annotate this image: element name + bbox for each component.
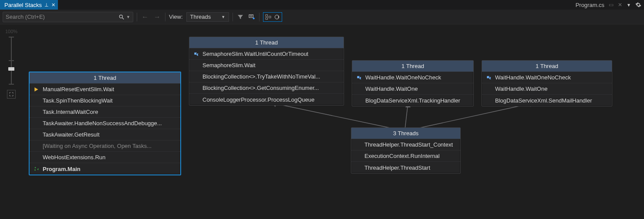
- zoom-thumb[interactable]: [8, 67, 14, 71]
- stack-node-header: 1 Thread: [482, 61, 612, 72]
- tool-window-tab-parallel-stacks[interactable]: Parallel Stacks ⊥ ✕: [0, 0, 58, 10]
- svg-rect-2: [249, 14, 253, 17]
- recycle-icon: [33, 166, 40, 172]
- stack-frame-text: SemaphoreSlim.WaitUntilCountOrTimeout: [202, 51, 308, 57]
- threads-icon: [486, 75, 492, 81]
- stack-node-thread-start[interactable]: 3 Threads ThreadHelper.ThreadStart_Conte…: [351, 127, 461, 174]
- stack-frame-row[interactable]: BlogDataServiceXml.TrackingHandler: [352, 95, 473, 106]
- stack-frame-row[interactable]: TaskAwaiter.HandleNonSuccessAndDebugge..…: [30, 118, 180, 129]
- toolbar: ▼ ← → View: Threads ▼: [0, 10, 644, 24]
- stack-frame-row[interactable]: SemaphoreSlim.Wait: [189, 60, 344, 71]
- stack-frame-row[interactable]: ConsoleLoggerProcessor.ProcessLogQueue: [189, 94, 344, 105]
- preview-icon: ▭: [609, 2, 614, 8]
- file-name: Program.cs: [576, 2, 604, 8]
- stack-frame-row[interactable]: BlockingCollection<>.TryTakeWithNoTimeVa…: [189, 71, 344, 82]
- zoom-track[interactable]: [11, 37, 12, 85]
- stack-frame-text: WaitHandle.WaitOne: [495, 86, 547, 92]
- search-box[interactable]: ▼: [3, 12, 133, 22]
- svg-rect-6: [269, 16, 271, 18]
- stack-frame-row[interactable]: TaskAwaiter.GetResult: [30, 129, 180, 140]
- separator: [233, 13, 233, 21]
- chevron-down-icon: ▼: [221, 15, 225, 19]
- stack-frame-text: ExecutionContext.RunInternal: [364, 153, 440, 159]
- threads-icon: [193, 51, 200, 57]
- stack-frame-text: ThreadHelper.ThreadStart: [364, 164, 430, 171]
- gear-icon[interactable]: [635, 2, 641, 8]
- stack-node-header: 1 Thread: [189, 37, 344, 48]
- stack-node-main-thread[interactable]: 1 Thread ManualResetEventSlim.Wait Task.…: [29, 72, 181, 175]
- stack-frame-row[interactable]: Task.SpinThenBlockingWait: [30, 95, 180, 106]
- search-input[interactable]: [6, 14, 118, 20]
- stack-frame-text: Program.Main: [43, 166, 81, 172]
- stack-frame-row[interactable]: BlockingCollection<>.GetConsumingEnumer.…: [189, 82, 344, 94]
- filter-icon[interactable]: [236, 13, 244, 21]
- toggle-buttons-group: [263, 12, 282, 22]
- stack-frame-row[interactable]: WaitHandle.WaitOneNoCheck: [352, 72, 473, 83]
- separator: [165, 13, 165, 21]
- stack-frame-text: ThreadHelper.ThreadStart_Context: [364, 141, 453, 148]
- flag-threads-icon[interactable]: [248, 13, 256, 21]
- stack-frame-text: WebHostExtensions.Run: [43, 154, 105, 161]
- view-label: View:: [169, 14, 183, 20]
- stack-frame-row[interactable]: WaitHandle.WaitOneNoCheck: [482, 72, 612, 83]
- active-document-label: Program.cs ▭ ✕ ▼: [573, 0, 644, 10]
- stack-frame-text: TaskAwaiter.HandleNonSuccessAndDebugge..…: [43, 120, 162, 127]
- stack-frame-row[interactable]: Task.InternalWaitCore: [30, 106, 180, 118]
- stack-frame-text: ManualResetEventSlim.Wait: [43, 86, 114, 92]
- stack-frame-row[interactable]: WaitHandle.WaitOne: [352, 83, 473, 95]
- stack-frame-text: WaitHandle.WaitOneNoCheck: [365, 74, 441, 81]
- stack-frame-text: ConsoleLoggerProcessor.ProcessLogQueue: [202, 96, 314, 103]
- view-combo-value: Threads: [190, 14, 211, 20]
- zoom-percent-label: 100%: [5, 29, 17, 34]
- svg-line-1: [122, 17, 124, 19]
- nav-back-button[interactable]: ←: [141, 13, 149, 21]
- close-icon[interactable]: ✕: [51, 3, 55, 7]
- separator: [259, 13, 260, 21]
- stack-frame-row[interactable]: SemaphoreSlim.WaitUntilCountOrTimeout: [189, 48, 344, 60]
- stack-frame-row[interactable]: ExecutionContext.RunInternal: [351, 151, 460, 162]
- stack-frame-row[interactable]: ManualResetEventSlim.Wait: [30, 84, 180, 95]
- toggle-method-view-icon[interactable]: [264, 13, 272, 21]
- stack-node-logger[interactable]: 1 Thread SemaphoreSlim.WaitUntilCountOrT…: [189, 37, 344, 106]
- stack-node-tracking[interactable]: 1 Thread WaitHandle.WaitOneNoCheck WaitH…: [352, 60, 474, 106]
- stack-frame-row[interactable]: BlogDataServiceXml.SendMailHandler: [482, 95, 612, 106]
- stack-frame-text: BlockingCollection<>.TryTakeWithNoTimeVa…: [202, 73, 320, 80]
- stack-frame-row[interactable]: [Waiting on Async Operation, Open Tasks.…: [30, 140, 180, 152]
- stack-node-sendmail[interactable]: 1 Thread WaitHandle.WaitOneNoCheck WaitH…: [482, 60, 612, 106]
- stack-frame-text: [Waiting on Async Operation, Open Tasks.…: [43, 143, 152, 149]
- search-icon: [118, 14, 125, 20]
- stack-frame-row[interactable]: ThreadHelper.ThreadStart_Context: [351, 139, 460, 151]
- svg-point-0: [119, 15, 122, 18]
- nav-forward-button[interactable]: →: [153, 13, 162, 21]
- svg-point-3: [253, 17, 255, 19]
- chevron-down-icon[interactable]: ▼: [627, 3, 631, 7]
- stack-frame-row[interactable]: Program.Main: [30, 163, 180, 175]
- stack-frame-row[interactable]: WebHostExtensions.Run: [30, 152, 180, 163]
- stack-frame-text: Task.SpinThenBlockingWait: [43, 97, 113, 104]
- stack-frame-text: BlogDataServiceXml.TrackingHandler: [365, 97, 460, 104]
- titlebar: Parallel Stacks ⊥ ✕ Program.cs ▭ ✕ ▼: [0, 0, 644, 10]
- stack-frame-text: BlogDataServiceXml.SendMailHandler: [495, 97, 592, 104]
- stack-frame-row[interactable]: WaitHandle.WaitOne: [482, 83, 612, 95]
- pin-icon[interactable]: ⊥: [44, 3, 49, 7]
- stack-frame-text: WaitHandle.WaitOne: [365, 86, 418, 92]
- auto-scroll-icon[interactable]: [273, 13, 281, 21]
- tab-label: Parallel Stacks: [4, 2, 42, 8]
- threads-icon: [356, 75, 363, 81]
- stack-node-header: 3 Threads: [351, 128, 460, 139]
- stack-node-header: 1 Thread: [352, 61, 473, 72]
- svg-rect-5: [266, 17, 268, 19]
- search-options-chevron-icon[interactable]: ▼: [125, 15, 130, 19]
- separator: [137, 13, 137, 21]
- parallel-stacks-canvas[interactable]: 100% 1 Thread ManualResetEventSlim.Wait …: [0, 24, 644, 219]
- current-frame-arrow-icon: [33, 86, 40, 92]
- svg-point-7: [275, 15, 279, 19]
- file-close-icon[interactable]: ✕: [618, 2, 622, 8]
- stack-frame-text: Task.InternalWaitCore: [43, 109, 98, 115]
- stack-node-header: 1 Thread: [30, 72, 180, 84]
- zoom-slider[interactable]: 100%: [7, 29, 16, 99]
- svg-rect-4: [266, 14, 268, 16]
- zoom-to-fit-button[interactable]: [7, 90, 16, 99]
- stack-frame-row[interactable]: ThreadHelper.ThreadStart: [351, 162, 460, 173]
- view-combo[interactable]: Threads ▼: [186, 12, 229, 22]
